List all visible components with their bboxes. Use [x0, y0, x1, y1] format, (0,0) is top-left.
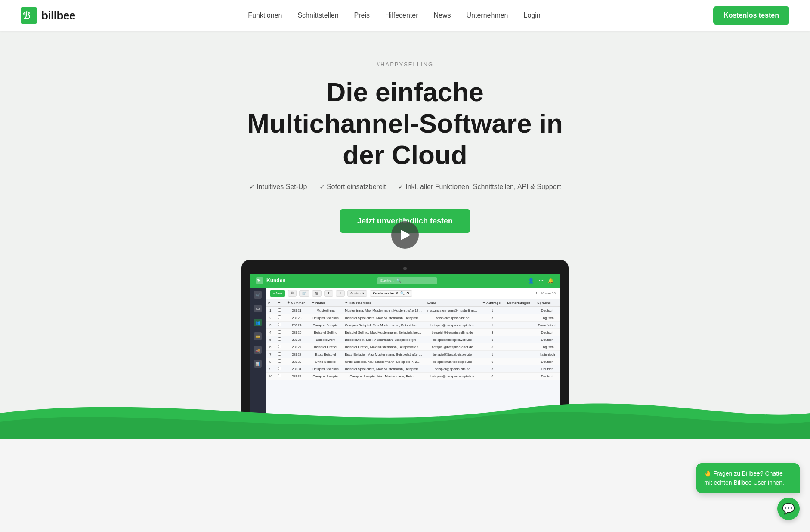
cell-num: 7 — [266, 351, 275, 358]
cell-nummer: 28928 — [284, 351, 309, 358]
cell-remarks — [504, 351, 535, 358]
cell-addr: Beispiel Specialists, Max Mustermann, Be… — [342, 365, 425, 373]
nav-funktionen[interactable]: Funktionen — [248, 12, 282, 19]
app-search-bar[interactable]: Suche... 🔍 — [377, 277, 437, 284]
cell-check[interactable] — [275, 343, 284, 351]
cell-remarks — [504, 329, 535, 336]
cell-num: 4 — [266, 329, 275, 336]
kostenlos-testen-button[interactable]: Kostenlos testen — [713, 6, 789, 25]
sidebar-icon-card[interactable]: 💳 — [254, 332, 262, 340]
cell-check[interactable] — [275, 351, 284, 358]
svg-text:ℬ: ℬ — [23, 10, 31, 21]
col-remarks: Bemerkungen — [504, 299, 535, 307]
nav-preis[interactable]: Preis — [354, 12, 370, 19]
cell-lang: Französisch — [535, 322, 560, 329]
cell-check[interactable] — [275, 314, 284, 322]
cell-orders: 3 — [480, 329, 504, 336]
billbee-logo-icon: ℬ — [21, 7, 37, 24]
table-row[interactable]: 3 28924 Campus Beispiel Campus Beispiel,… — [266, 322, 560, 329]
table-row[interactable]: 4 28925 Beispiel Selling Beispiel Sellin… — [266, 329, 560, 336]
cell-lang: Italienisch — [535, 351, 560, 358]
green-wave — [0, 387, 810, 439]
cell-addr: Campus Beispiel, Max Mustermann, Beispie… — [342, 322, 425, 329]
cart-button[interactable]: 🛒 — [299, 290, 309, 297]
search-icon: 🔍 — [396, 278, 401, 283]
table-row[interactable]: 5 28926 Beispielwerk Beispielwerk, Max M… — [266, 336, 560, 343]
cell-email: beispiel@beispielselling.de — [425, 329, 480, 336]
cell-lang: Englisch — [535, 343, 560, 351]
cell-check[interactable] — [275, 358, 284, 365]
customer-search[interactable]: Kundensuche ✕ 🔍 ⚙ — [370, 290, 412, 297]
cell-name: Musterfirma — [309, 307, 342, 314]
nav-schnittstellen[interactable]: Schnittstellen — [297, 12, 338, 19]
cell-orders: 1 — [480, 322, 504, 329]
nav-login[interactable]: Login — [524, 12, 541, 19]
logo-text: billbee — [41, 9, 75, 22]
nav-news[interactable]: News — [434, 12, 451, 19]
settings-icon[interactable]: ⚙ — [406, 291, 409, 295]
search-clear-icon[interactable]: ✕ — [396, 291, 399, 295]
download-button[interactable]: ⬇ — [336, 290, 345, 297]
cell-name: Beispiel Crafter — [309, 343, 342, 351]
col-lang: Sprache — [535, 299, 560, 307]
cell-lang: Deutsch — [535, 365, 560, 373]
cell-num: 2 — [266, 314, 275, 322]
navbar: ℬ billbee Funktionen Schnittstellen Prei… — [0, 0, 810, 31]
table-row[interactable]: 7 28928 Buzz Beispiel Buzz Beispiel, Max… — [266, 351, 560, 358]
cell-name: Campus Beispiel — [309, 322, 342, 329]
cell-check[interactable] — [275, 329, 284, 336]
table-row[interactable]: 9 28931 Beispiel Specials Beispiel Speci… — [266, 365, 560, 373]
col-name: ✦ Name — [309, 299, 342, 307]
cell-remarks — [504, 314, 535, 322]
upload-button[interactable]: ⬆ — [324, 290, 333, 297]
cell-check[interactable] — [275, 373, 284, 380]
copy-button[interactable]: ⧉ — [288, 290, 297, 297]
cell-check[interactable] — [275, 365, 284, 373]
logo-link[interactable]: ℬ billbee — [21, 7, 75, 24]
cell-remarks — [504, 365, 535, 373]
cell-email: beispiel@campusbeispiel.de — [425, 373, 480, 380]
cell-name: Beispiel Selling — [309, 329, 342, 336]
cell-lang: Deutsch — [535, 373, 560, 380]
cell-remarks — [504, 336, 535, 343]
cell-check[interactable] — [275, 322, 284, 329]
new-button[interactable]: + Neu — [270, 290, 285, 297]
sidebar-icon-cart[interactable]: 🛒 — [254, 291, 262, 299]
toolbar-left: + Neu ⧉ 🛒 🗑 ⬆ ⬇ Ansicht ▾ Kundensuc — [270, 290, 412, 297]
cell-nummer: 28927 — [284, 343, 309, 351]
table-row[interactable]: 8 28929 Unite Beispiel Unite Beispiel, M… — [266, 358, 560, 365]
cell-lang: Deutsch — [535, 329, 560, 336]
cell-remarks — [504, 358, 535, 365]
laptop-camera — [403, 267, 407, 270]
cell-orders: 3 — [480, 336, 504, 343]
play-triangle-icon — [401, 230, 411, 240]
feature-1: ✓ Intuitives Set-Up — [249, 182, 307, 191]
table-row[interactable]: 2 28923 Beispiel Specials Beispiel Speci… — [266, 314, 560, 322]
cell-addr: Musterfirma, Max Mustermann, Musterstraß… — [342, 307, 425, 314]
table-row[interactable]: 6 28927 Beispiel Crafter Beispiel Crafte… — [266, 343, 560, 351]
sidebar-icon-chart[interactable]: 📊 — [254, 360, 262, 368]
delete-button[interactable]: 🗑 — [312, 290, 322, 297]
col-addr: ✦ Hauptadresse — [342, 299, 425, 307]
cell-check[interactable] — [275, 336, 284, 343]
cell-email: max.mustermann@musterfirma.de — [425, 307, 480, 314]
view-button[interactable]: Ansicht ▾ — [347, 290, 367, 297]
cell-orders: 5 — [480, 314, 504, 322]
sidebar-icon-customers[interactable]: 👥 — [254, 319, 262, 326]
nav-unternehmen[interactable]: Unternehmen — [467, 12, 508, 19]
cell-name: Beispielwerk — [309, 336, 342, 343]
sidebar-icon-tag[interactable]: 🏷 — [254, 305, 262, 312]
table-row[interactable]: 10 28932 Campus Beispiel Campus Beispiel… — [266, 373, 560, 380]
cell-check[interactable] — [275, 307, 284, 314]
col-orders: ✦ Aufträge — [480, 299, 504, 307]
cell-nummer: 28924 — [284, 322, 309, 329]
table-row[interactable]: 1 28921 Musterfirma Musterfirma, Max Mus… — [266, 307, 560, 314]
nav-hilfecenter[interactable]: Hilfecenter — [385, 12, 418, 19]
app-topbar: ℬ Kunden Suche... 🔍 👤 ••• — [250, 274, 560, 288]
cell-addr: Beispielwerk, Max Mustermann, Beispielbe… — [342, 336, 425, 343]
cell-lang: Deutsch — [535, 358, 560, 365]
cell-email: beispiel@beispielwerk.de — [425, 336, 480, 343]
play-button[interactable] — [391, 221, 419, 249]
sidebar-icon-truck[interactable]: 🚚 — [254, 346, 262, 354]
cell-name: Buzz Beispiel — [309, 351, 342, 358]
